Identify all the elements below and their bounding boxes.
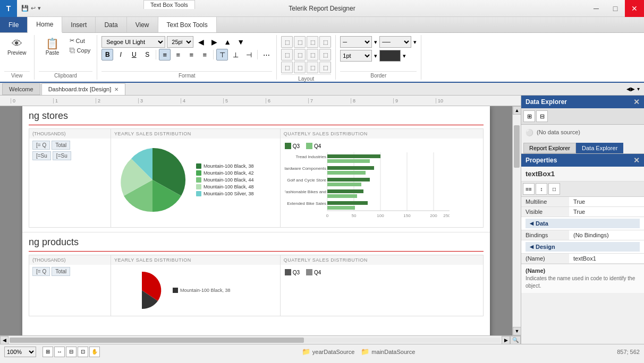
tab-home[interactable]: Home [28, 17, 62, 33]
underline-button[interactable]: U [128, 49, 140, 60]
strikethrough-button[interactable]: S [141, 49, 153, 60]
copy-button[interactable]: ⿻ Copy [67, 46, 93, 55]
prop-view-btn[interactable]: □ [548, 183, 560, 195]
data-explorer-title: Data Explorer [526, 98, 567, 106]
tab-data[interactable]: Data [96, 17, 126, 32]
minimize-button[interactable]: ─ [587, 0, 606, 17]
font-select[interactable]: Segoe UI Light [101, 36, 165, 48]
properties-close[interactable]: ✕ [633, 156, 640, 165]
scroll-left-button[interactable]: ◀ [0, 336, 9, 344]
layout-btn-6[interactable]: ⬚ [294, 49, 306, 60]
tab-scroll-left[interactable]: ◀ [626, 86, 631, 92]
align-right-button[interactable]: ≡ [185, 49, 197, 60]
layout-btn-10[interactable]: ⬚ [294, 62, 306, 73]
more-options-button[interactable]: ⋯ [260, 49, 272, 60]
align-center-button[interactable]: ≡ [172, 49, 184, 60]
data-section-header[interactable]: ◀ Data [526, 219, 640, 228]
border-top-row: ─ ▾ ── ▾ [340, 36, 417, 48]
scroll-track[interactable] [10, 338, 501, 343]
tab-dashboard[interactable]: Dashboard.trdx [Design] ✕ [41, 83, 126, 95]
tab-scroll-right[interactable]: ▶ [631, 86, 635, 92]
design-section-header[interactable]: ◀ Design [526, 242, 640, 252]
undo-icon[interactable]: ↩ [31, 5, 36, 12]
tab-report-explorer[interactable]: Report Explorer [523, 143, 576, 153]
size-select[interactable]: 25pt [167, 36, 193, 48]
legend-item-3: Mountain-100 Black, 44 [196, 177, 254, 183]
tab-textbox-tools[interactable]: Text Box Tools [158, 17, 217, 32]
restore-button[interactable]: □ [606, 0, 625, 17]
view-hand-btn[interactable]: ✋ [89, 347, 100, 357]
save-icon[interactable]: 💾 [21, 5, 29, 12]
cell-q: [= Q [32, 141, 50, 150]
layout-btn-3[interactable]: ⬚ [307, 36, 318, 48]
tab-file[interactable]: File [0, 17, 28, 32]
prop-categorized-btn[interactable]: ≡≡ [523, 183, 535, 195]
preview-button[interactable]: 👁 Preview [4, 36, 30, 58]
search-button[interactable]: 🔍 [510, 336, 521, 344]
layout-btn-8[interactable]: ⬚ [319, 49, 331, 60]
layout-btn-9[interactable]: ⬚ [281, 62, 293, 73]
layout-btn-4[interactable]: ⬚ [319, 36, 331, 48]
decrease-size-button[interactable]: ▼ [235, 36, 247, 48]
tab-scroll-controls: ◀ ▶ ▾ [626, 86, 644, 92]
valign-bottom-button[interactable]: ⊣ [243, 49, 255, 60]
tab-insert[interactable]: Insert [62, 17, 96, 32]
increase-size-button[interactable]: ▲ [222, 36, 233, 48]
bar-chart-panel: QUATERLY SALES DISTRIBUTION Q3 [281, 128, 484, 228]
align-justify-button[interactable]: ≡ [199, 49, 210, 60]
border-line-dropdown[interactable]: ▾ [413, 39, 417, 46]
border-color-swatch[interactable] [379, 50, 401, 62]
prop-alpha-btn[interactable]: ↕ [536, 183, 547, 195]
layout-btn-7[interactable]: ⬚ [307, 49, 318, 60]
border-size-select[interactable]: 1pt [340, 50, 372, 62]
title-bar: T 💾 ↩ ▾ Text Box Tools Telerik Report De… [0, 0, 644, 17]
layout-btn-1[interactable]: ⬚ [281, 36, 293, 48]
layout-btn-5[interactable]: ⬚ [281, 49, 293, 60]
close-button[interactable]: ✕ [625, 0, 644, 17]
view-normal-btn[interactable]: ⊡ [78, 347, 88, 357]
align-left-button[interactable]: ≡ [159, 49, 171, 60]
border-size-dropdown[interactable]: ▾ [374, 53, 377, 59]
bar-legend-q3: Q3 [285, 143, 300, 149]
data-explorer-close[interactable]: ✕ [633, 98, 640, 106]
view-fit-page-btn[interactable]: ⊟ [66, 347, 77, 357]
bold-button[interactable]: B [101, 49, 113, 60]
view-grid-btn[interactable]: ⊞ [43, 347, 53, 357]
dropdown-arrow[interactable]: ▾ [38, 5, 41, 12]
valign-top-button[interactable]: ⊤ [216, 49, 228, 60]
layout-btn-2[interactable]: ⬚ [294, 36, 306, 48]
cut-button[interactable]: ✂ Cut [67, 36, 93, 45]
border-dropdown[interactable]: ▾ [374, 39, 377, 46]
vertical-scrollbar[interactable]: ▲ ▼ [512, 106, 521, 335]
scroll-right-button[interactable]: ▶ [502, 336, 510, 344]
view-fit-width-btn[interactable]: ↔ [54, 347, 65, 357]
bar-golf-q4 [327, 183, 361, 186]
border-line-select[interactable]: ── [379, 36, 411, 48]
scroll-down-button[interactable]: ▼ [513, 327, 521, 335]
tab-data-explorer[interactable]: Data Explorer [576, 143, 623, 153]
bar-legend: Q3 Q4 [285, 143, 479, 149]
tab-view[interactable]: View [127, 17, 158, 32]
tab-welcome[interactable]: Welcome [2, 83, 40, 95]
align-left-icon[interactable]: ◀ [195, 36, 207, 48]
scroll-thumb[interactable] [514, 125, 520, 168]
layout-btn-11[interactable]: ⬚ [307, 62, 318, 73]
prop-section-data[interactable]: ◀ Data [521, 217, 644, 230]
align-center-icon[interactable]: ▶ [208, 36, 220, 48]
scroll-thumb-h[interactable] [10, 338, 304, 343]
de-toolbar-btn-2[interactable]: ⊟ [536, 110, 548, 122]
italic-button[interactable]: I [115, 49, 126, 60]
prop-section-design[interactable]: ◀ Design [521, 240, 644, 254]
border-color-dropdown[interactable]: ▾ [403, 53, 406, 59]
scroll-up-button[interactable]: ▲ [513, 106, 521, 115]
de-toolbar-btn-1[interactable]: ⊞ [523, 110, 535, 122]
paste-button[interactable]: 📋 Paste [39, 36, 66, 58]
main-ds-icon: 📁 [361, 348, 369, 356]
zoom-select[interactable]: 100% [4, 347, 36, 357]
border-style-select[interactable]: ─ [340, 36, 372, 48]
valign-middle-button[interactable]: ⊥ [230, 49, 241, 60]
cat-label-2: Hardware Components [285, 166, 326, 171]
layout-btn-12[interactable]: ⬚ [319, 62, 331, 73]
tab-close-button[interactable]: ✕ [114, 87, 118, 92]
tab-dropdown[interactable]: ▾ [637, 86, 640, 92]
